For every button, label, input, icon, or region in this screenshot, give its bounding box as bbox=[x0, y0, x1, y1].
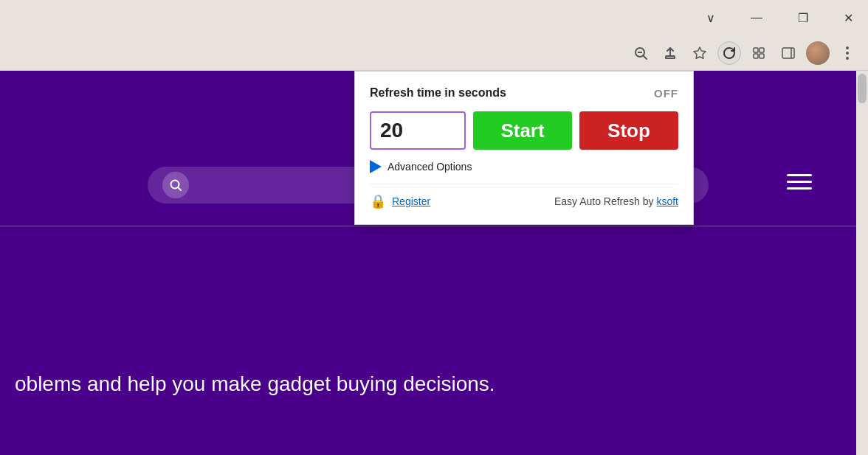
svg-rect-4 bbox=[760, 48, 764, 52]
star-icon[interactable] bbox=[688, 41, 712, 65]
popup-header: Refresh time in seconds OFF bbox=[370, 86, 678, 100]
play-triangle-icon bbox=[370, 160, 382, 173]
popup-title: Refresh time in seconds bbox=[370, 86, 506, 100]
svg-rect-7 bbox=[782, 48, 794, 58]
svg-rect-6 bbox=[760, 54, 764, 58]
sidebar-toggle-icon[interactable] bbox=[776, 41, 800, 65]
page-text: oblems and help you make gadget buying d… bbox=[0, 358, 856, 411]
svg-rect-5 bbox=[754, 54, 758, 58]
titlebar: ∨ — ❐ ✕ bbox=[0, 0, 868, 35]
hamburger-menu[interactable] bbox=[787, 174, 812, 190]
popup-buttons: Start Stop bbox=[370, 111, 678, 150]
page-divider bbox=[0, 226, 856, 226]
hamburger-line-1 bbox=[787, 174, 812, 176]
start-button[interactable]: Start bbox=[473, 111, 572, 150]
titlebar-controls: ∨ — ❐ ✕ bbox=[700, 8, 859, 28]
refresh-icon[interactable] bbox=[717, 41, 741, 65]
chevron-down-button[interactable]: ∨ bbox=[700, 8, 721, 28]
more-options-icon[interactable] bbox=[836, 41, 859, 65]
time-input[interactable] bbox=[370, 111, 466, 150]
main-content: oblems and help you make gadget buying d… bbox=[0, 71, 868, 455]
maximize-button[interactable]: ❐ bbox=[792, 8, 814, 28]
svg-point-11 bbox=[846, 57, 849, 60]
hamburger-line-2 bbox=[787, 181, 812, 183]
register-link[interactable]: Register bbox=[392, 195, 430, 207]
minimize-button[interactable]: — bbox=[745, 8, 768, 27]
avatar[interactable] bbox=[806, 41, 830, 65]
scrollbar-thumb[interactable] bbox=[858, 74, 867, 103]
extensions-icon[interactable] bbox=[747, 41, 771, 65]
svg-line-2 bbox=[644, 56, 647, 59]
hamburger-line-3 bbox=[787, 187, 812, 190]
advanced-options-row: Advanced Options bbox=[370, 160, 678, 173]
footer-text: Easy Auto Refresh by ksoft bbox=[554, 195, 678, 207]
browser-toolbar bbox=[0, 35, 868, 71]
advanced-options-label[interactable]: Advanced Options bbox=[388, 161, 472, 173]
search-icon bbox=[162, 172, 189, 198]
scrollbar[interactable] bbox=[856, 71, 868, 455]
stop-button[interactable]: Stop bbox=[579, 111, 678, 150]
popup-container: Refresh time in seconds OFF Start Stop A… bbox=[354, 71, 694, 225]
page-headline: oblems and help you make gadget buying d… bbox=[15, 372, 841, 396]
share-icon[interactable] bbox=[658, 41, 682, 65]
popup-status: OFF bbox=[654, 87, 678, 100]
svg-point-9 bbox=[846, 46, 849, 49]
svg-line-13 bbox=[178, 187, 181, 190]
page-background: oblems and help you make gadget buying d… bbox=[0, 71, 856, 455]
ksoft-link[interactable]: ksoft bbox=[656, 195, 678, 207]
lock-icon: 🔒 bbox=[370, 193, 386, 209]
auto-refresh-popup: Refresh time in seconds OFF Start Stop A… bbox=[354, 71, 694, 225]
close-button[interactable]: ✕ bbox=[838, 8, 859, 28]
svg-rect-3 bbox=[754, 48, 758, 52]
zoom-out-icon[interactable] bbox=[629, 41, 652, 65]
svg-point-10 bbox=[846, 52, 849, 55]
popup-footer: 🔒 Register Easy Auto Refresh by ksoft bbox=[370, 184, 678, 209]
